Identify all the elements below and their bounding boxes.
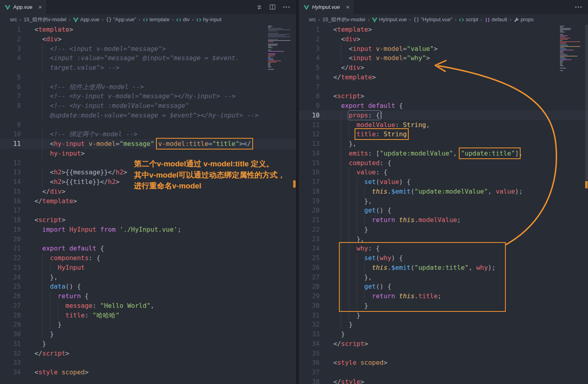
breadcrumb-item[interactable]: src [10, 16, 17, 22]
line-number[interactable]: 38 [299, 377, 320, 384]
line-number[interactable]: 34 [299, 339, 320, 349]
code-line[interactable]: 22} [299, 225, 588, 234]
code-line[interactable]: 8<script> [299, 91, 588, 101]
code-line[interactable]: 31} [299, 311, 588, 320]
code-line[interactable]: 19import HyInput from './HyInput.vue'; [0, 225, 296, 234]
more-actions-icon[interactable]: ··· [283, 4, 290, 10]
line-number[interactable] [0, 149, 21, 158]
editor-split-sash[interactable] [296, 0, 299, 384]
code-line[interactable]: 10props: { [299, 111, 588, 120]
line-number[interactable]: 16 [0, 196, 21, 206]
code-line[interactable]: 4<input v-model="why"> [299, 53, 588, 63]
code-line[interactable]: 27}, [299, 273, 588, 282]
line-number[interactable]: 31 [0, 339, 21, 349]
line-number[interactable]: 14 [0, 177, 21, 187]
breadcrumb-item[interactable]: script [459, 16, 478, 22]
code-line[interactable]: 11modelValue: String, [299, 120, 588, 130]
line-number[interactable]: 5 [299, 63, 320, 73]
code-line[interactable]: 6</template> [299, 73, 588, 82]
line-number[interactable]: 19 [0, 225, 21, 234]
code-line[interactable]: 28get() { [299, 282, 588, 291]
tab-app-vue[interactable]: App.vue × [0, 0, 47, 14]
line-number[interactable]: 13 [0, 168, 21, 177]
line-number[interactable]: 23 [299, 234, 320, 244]
code-line[interactable]: 31} [0, 339, 296, 349]
code-line[interactable]: 18<script> [0, 215, 296, 225]
line-number[interactable]: 26 [0, 291, 21, 301]
code-line[interactable]: 2<div> [299, 34, 588, 44]
code-line[interactable]: 28title: "哈哈哈" [0, 311, 296, 320]
line-number[interactable]: 1 [299, 25, 320, 34]
code-line[interactable]: 23HyInput [0, 263, 296, 273]
breadcrumb-item[interactable]: default [485, 16, 507, 22]
line-number[interactable]: 22 [299, 225, 320, 234]
code-line[interactable]: 29} [0, 320, 296, 329]
code-line[interactable]: 27message: "Hello World", [0, 301, 296, 311]
breadcrumb-item[interactable]: src [309, 16, 316, 22]
code-line[interactable]: 20 [0, 234, 296, 244]
code-line[interactable]: 6<!-- 组件上使用v-model --> [0, 82, 296, 92]
code-line[interactable]: 24}, [0, 273, 296, 282]
code-line[interactable]: 34<style scoped> [0, 368, 296, 377]
code-line[interactable]: 36<style scoped> [299, 358, 588, 368]
code-line[interactable]: 33 [0, 358, 296, 368]
line-number[interactable]: 8 [299, 91, 320, 101]
line-number[interactable]: 23 [0, 263, 21, 273]
line-number[interactable]: 33 [0, 358, 21, 368]
compare-changes-icon[interactable] [256, 4, 262, 10]
code-line[interactable]: 5</div> [299, 63, 588, 73]
line-number[interactable]: 4 [299, 53, 320, 63]
code-line[interactable]: 33} [299, 329, 588, 339]
line-number[interactable]: 13 [299, 139, 320, 149]
line-number[interactable]: 25 [299, 253, 320, 263]
line-number[interactable] [0, 111, 21, 120]
code-line[interactable]: 21export default { [0, 244, 296, 253]
line-number[interactable]: 25 [0, 282, 21, 291]
line-number[interactable]: 6 [0, 82, 21, 92]
line-number[interactable]: 4 [0, 53, 21, 63]
code-line[interactable]: 16</template> [0, 196, 296, 206]
line-number[interactable]: 24 [0, 273, 21, 282]
line-number[interactable]: 11 [299, 120, 320, 130]
code-area-left[interactable]: 1<template>2<div>3<!-- <input v-model="m… [0, 25, 296, 377]
line-number[interactable]: 8 [0, 101, 21, 111]
line-number[interactable]: 15 [0, 187, 21, 196]
line-number[interactable]: 16 [299, 168, 320, 177]
split-editor-icon[interactable] [270, 4, 276, 10]
code-line[interactable]: 29return this.title; [299, 291, 588, 301]
line-number[interactable]: 34 [0, 368, 21, 377]
code-line[interactable]: 2<div> [0, 34, 296, 44]
code-line[interactable]: 32</script> [0, 349, 296, 358]
close-icon[interactable]: × [346, 4, 349, 10]
scrollbar[interactable] [585, 25, 588, 185]
line-number[interactable]: 20 [0, 234, 21, 244]
code-line[interactable]: 18this.$emit("update:modelValue", value)… [299, 187, 588, 196]
line-number[interactable]: 36 [299, 358, 320, 368]
code-line[interactable]: 32} [299, 320, 588, 329]
close-icon[interactable]: × [39, 4, 42, 10]
code-line[interactable]: 15computed: { [299, 158, 588, 168]
line-number[interactable]: 9 [0, 120, 21, 130]
line-number[interactable]: 14 [299, 149, 320, 158]
code-line[interactable]: 16value: { [299, 168, 588, 177]
breadcrumb-item[interactable]: {}"HyInput.vue" [414, 16, 452, 22]
line-number[interactable]: 11 [0, 139, 21, 149]
breadcrumb-item[interactable]: hy-input [196, 16, 221, 22]
line-number[interactable]: 30 [299, 301, 320, 311]
code-line[interactable]: 3<!-- <input v-model="message"> [0, 44, 296, 54]
code-line[interactable]: 34</script> [299, 339, 588, 349]
code-line[interactable]: 1<template> [0, 25, 296, 34]
line-number[interactable]: 20 [299, 206, 320, 215]
line-number[interactable]: 28 [299, 282, 320, 291]
line-number[interactable]: 31 [299, 311, 320, 320]
line-number[interactable]: 35 [299, 349, 320, 358]
code-line[interactable]: 24why: { [299, 244, 588, 253]
code-line[interactable]: 30} [299, 301, 588, 311]
line-number[interactable]: 29 [0, 320, 21, 329]
code-line[interactable]: 9 [0, 120, 296, 130]
line-number[interactable]: 10 [0, 129, 21, 139]
line-number[interactable]: 2 [299, 34, 320, 44]
code-line[interactable]: 9export default { [299, 101, 588, 111]
more-actions-icon[interactable]: ··· [575, 4, 582, 10]
code-line[interactable]: 35 [299, 349, 588, 358]
